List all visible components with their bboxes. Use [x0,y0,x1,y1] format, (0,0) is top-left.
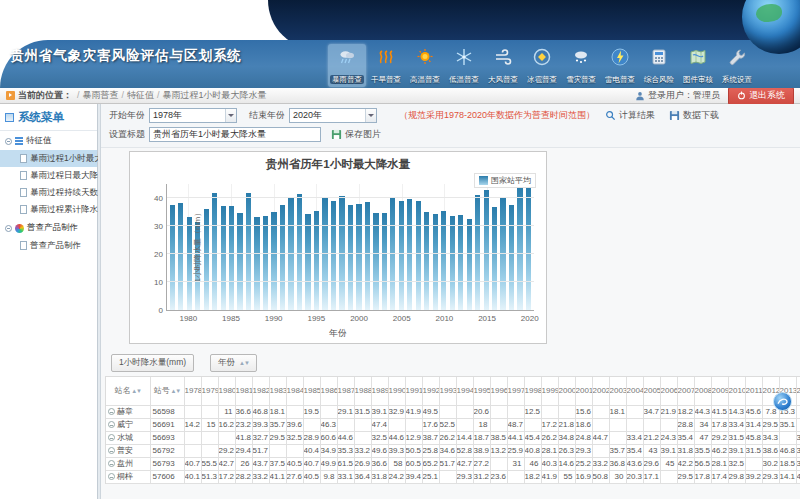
sort-icons[interactable]: ▲▼ [170,388,181,394]
nav-item-干旱普查[interactable]: 干旱普查 [367,44,405,87]
year-header-2014[interactable]: 2014 [796,377,800,405]
station-name-cell: 桐梓 [106,470,150,483]
year-header-1981[interactable]: 1981 [235,377,252,405]
tree-item[interactable]: 暴雨过程累计降水量 [0,201,97,218]
year-header-1989[interactable]: 1989 [371,377,388,405]
value-cell-1984 [286,405,303,418]
station-id-header[interactable]: 站号 ▲▼ [150,377,184,405]
nav-item-冰雹普查[interactable]: 冰雹普查 [523,44,561,87]
value-cell-2001: 15.6 [575,405,592,418]
year-header-1980[interactable]: 1980 [218,377,235,405]
value-cell-2008: 56.5 [694,457,711,470]
tree-item[interactable]: 暴雨过程日最大降水量 [0,167,97,184]
breadcrumb-item[interactable]: 暴雨过程1小时最大降水量 [163,90,267,100]
value-cell-1978: 40.7 [184,457,201,470]
nav-item-大风普查[interactable]: 大风普查 [484,44,522,87]
year-header-2007[interactable]: 2007 [677,377,694,405]
year-header-1983[interactable]: 1983 [269,377,286,405]
breadcrumb-item[interactable]: 特征值 [127,90,154,100]
tree-group[interactable]: 特征值 [0,131,97,150]
floating-widget-button[interactable] [773,392,792,411]
year-header-2006[interactable]: 2006 [660,377,677,405]
year-header-1986[interactable]: 1986 [320,377,337,405]
nav-item-综合风险[interactable]: 综合风险 [640,44,678,87]
collapse-icon[interactable] [5,225,12,232]
value-cell-1997: 48.7 [507,418,524,431]
row-expander-icon[interactable] [108,447,115,454]
nav-item-暴雨普查[interactable]: 暴雨普查 [328,44,366,87]
year-header-2005[interactable]: 2005 [643,377,660,405]
nav-item-雪灾普查[interactable]: 雪灾普查 [562,44,600,87]
year-header-1984[interactable]: 1984 [286,377,303,405]
nav-item-雷电普查[interactable]: 雷电普查 [601,44,639,87]
tree-item[interactable]: 暴雨过程持续天数 [0,184,97,201]
collapse-icon[interactable] [5,138,12,145]
year-header-2000[interactable]: 2000 [558,377,575,405]
breadcrumb-item[interactable]: 暴雨普查 [83,90,119,100]
station-name: 水城 [117,433,133,442]
nav-item-低温普查[interactable]: 低温普查 [445,44,483,87]
year-header-2011[interactable]: 2011 [745,377,762,405]
year-header-1979[interactable]: 1979 [201,377,218,405]
hail-icon [523,46,561,68]
year-header-1978[interactable]: 1978 [184,377,201,405]
year-header-2001[interactable]: 2001 [575,377,592,405]
year-header-2003[interactable]: 2003 [609,377,626,405]
end-year-select[interactable]: 2020年 [289,108,377,123]
sort-icons[interactable]: ▲▼ [239,360,249,366]
start-year-select[interactable]: 1978年 [149,108,237,123]
nav-item-图件审核[interactable]: 图件审核 [679,44,717,87]
data-table-wrapper: 站名 ▲▼站号 ▲▼197819791980198119821983198419… [105,376,800,484]
year-header-1987[interactable]: 1987 [337,377,354,405]
value-cell-2000: 55 [558,470,575,483]
calculate-button[interactable]: 计算结果 [605,109,655,122]
logout-button[interactable]: 退出系统 [728,87,794,105]
data-download-button[interactable]: 数据下载 [669,109,719,122]
sort-icons[interactable]: ▲▼ [130,388,141,394]
row-expander-icon[interactable] [108,408,115,415]
year-header-1995[interactable]: 1995 [473,377,490,405]
value-cell-2011: 31.5 [745,444,762,457]
year-header-1992[interactable]: 1992 [422,377,439,405]
table-row: 盘州5679340.755.542.72643.737.540.540.749.… [106,457,800,470]
year-header-2009[interactable]: 2009 [711,377,728,405]
row-expander-icon[interactable] [108,473,115,480]
nav-item-高温普查[interactable]: 高温普查 [406,44,444,87]
tree-item[interactable]: 普查产品制作 [0,237,97,254]
value-field-chip[interactable]: 1小时降水量(mm) [111,354,194,372]
save-image-button[interactable]: 保存图片 [331,128,381,141]
chart-title-input[interactable] [149,127,321,142]
year-header-1999[interactable]: 1999 [541,377,558,405]
row-expander-icon[interactable] [108,421,115,428]
value-cell-2006: 24.3 [660,431,677,444]
floppy-disk-icon [669,110,680,121]
year-header-1994[interactable]: 1994 [456,377,473,405]
year-header-2002[interactable]: 2002 [592,377,609,405]
value-cell-1984: 39.6 [286,418,303,431]
year-header-2010[interactable]: 2010 [728,377,745,405]
year-header-1982[interactable]: 1982 [252,377,269,405]
nav-item-系统设置[interactable]: 系统设置 [718,44,756,87]
year-header-2008[interactable]: 2008 [694,377,711,405]
year-header-1998[interactable]: 1998 [524,377,541,405]
year-header-1990[interactable]: 1990 [388,377,405,405]
year-header-1991[interactable]: 1991 [405,377,422,405]
row-expander-icon[interactable] [108,434,115,441]
bar-1993 [297,194,302,310]
year-header-1985[interactable]: 1985 [303,377,320,405]
value-cell-2008: 34 [694,418,711,431]
row-expander-icon[interactable] [108,460,115,467]
value-cell-1981: 26 [235,457,252,470]
tree-group-label: 普查产品制作 [27,222,78,234]
year-header-1988[interactable]: 1988 [354,377,371,405]
tree-item[interactable]: 暴雨过程1小时最大降水量 [0,150,97,167]
tree-group[interactable]: 普查产品制作 [0,218,97,237]
year-header-1996[interactable]: 1996 [490,377,507,405]
value-cell-2009: 41.5 [711,405,728,418]
year-header-2004[interactable]: 2004 [626,377,643,405]
year-header-1997[interactable]: 1997 [507,377,524,405]
year-field-chip[interactable]: 年份 ▲▼ [210,354,257,372]
station-name-header[interactable]: 站名 ▲▼ [106,377,150,405]
y-tick-label: 20 [154,250,163,259]
year-header-1993[interactable]: 1993 [439,377,456,405]
